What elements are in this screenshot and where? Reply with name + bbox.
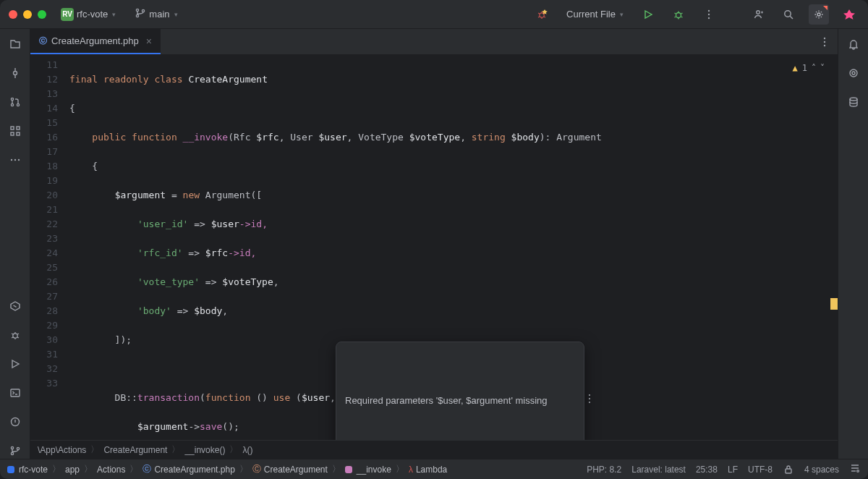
- more-actions-icon[interactable]: [699, 4, 719, 25]
- run-button[interactable]: [638, 4, 658, 25]
- svg-point-9: [785, 10, 791, 16]
- svg-rect-23: [11, 389, 20, 397]
- vcs-tool-icon[interactable]: [7, 443, 23, 459]
- svg-point-5: [708, 9, 710, 11]
- status-readonly-icon[interactable]: [783, 464, 794, 475]
- status-caret-pos[interactable]: 25:38: [696, 465, 718, 475]
- ai-bug-icon[interactable]: [532, 4, 552, 25]
- structure-tool-icon[interactable]: [7, 123, 23, 139]
- nav-item[interactable]: ⓒ CreateArgument.php: [142, 463, 234, 475]
- chevron-down-icon: ▾: [112, 11, 116, 18]
- svg-point-1: [137, 14, 139, 17]
- debug-button[interactable]: [668, 4, 689, 25]
- svg-rect-15: [11, 127, 14, 130]
- tab-createargument[interactable]: ⓒ CreateArgument.php ×: [30, 29, 161, 54]
- left-tool-strip: [0, 29, 30, 459]
- svg-point-21: [17, 159, 19, 161]
- project-selector[interactable]: RV rfc-vote ▾: [56, 5, 120, 24]
- svg-point-11: [13, 72, 17, 75]
- svg-point-30: [824, 44, 825, 46]
- svg-point-25: [11, 446, 13, 449]
- svg-point-4: [676, 12, 681, 17]
- nav-item[interactable]: λ Lambda: [409, 465, 447, 475]
- navigation-bar: rfc-vote〉 app〉 Actions〉 ⓒ CreateArgument…: [0, 459, 868, 479]
- maximize-window[interactable]: [38, 10, 46, 19]
- svg-rect-37: [786, 469, 791, 473]
- svg-point-33: [589, 402, 590, 403]
- tooltip-more-icon[interactable]: [548, 378, 596, 423]
- debug-tool-icon[interactable]: [7, 327, 23, 343]
- php-file-icon: ⓒ: [39, 35, 47, 46]
- services-tool-icon[interactable]: [7, 298, 23, 314]
- svg-point-38: [857, 470, 859, 472]
- svg-point-36: [850, 98, 857, 101]
- search-icon[interactable]: [778, 4, 799, 25]
- problems-tool-icon[interactable]: [7, 414, 23, 430]
- code-with-me-icon[interactable]: [748, 4, 768, 25]
- project-name: rfc-vote: [77, 9, 108, 20]
- svg-point-14: [17, 103, 19, 106]
- svg-point-12: [11, 98, 13, 100]
- nav-item[interactable]: rfc-vote: [7, 465, 48, 475]
- terminal-tool-icon[interactable]: [7, 385, 23, 401]
- jetbrains-ai-icon[interactable]: [839, 4, 859, 25]
- svg-point-0: [137, 9, 139, 11]
- svg-rect-18: [17, 132, 20, 135]
- more-tools-icon[interactable]: [7, 152, 23, 168]
- breadcrumb-item[interactable]: λ(): [242, 445, 252, 455]
- commit-tool-icon[interactable]: [7, 65, 23, 81]
- run-tool-icon[interactable]: [7, 356, 23, 372]
- svg-point-32: [589, 398, 590, 399]
- project-tool-icon[interactable]: [7, 36, 23, 52]
- svg-point-20: [14, 159, 15, 161]
- minimize-window[interactable]: [23, 10, 32, 19]
- project-badge-icon: RV: [61, 8, 74, 21]
- chevron-down-icon: ▾: [174, 11, 178, 18]
- svg-point-19: [10, 159, 12, 161]
- status-line-sep[interactable]: LF: [728, 465, 738, 475]
- ai-assistant-icon[interactable]: [846, 65, 861, 81]
- nav-item[interactable]: Actions: [97, 465, 125, 475]
- nav-item[interactable]: app: [65, 465, 80, 475]
- database-tool-icon[interactable]: [846, 94, 861, 110]
- window-controls: [9, 10, 46, 19]
- run-config-selector[interactable]: Current File ▾: [562, 6, 628, 22]
- settings-icon[interactable]: [809, 4, 829, 25]
- svg-point-31: [589, 394, 590, 396]
- right-tool-strip: [838, 29, 868, 459]
- breadcrumb-item[interactable]: __invoke(): [184, 445, 225, 455]
- status-encoding[interactable]: UTF-8: [748, 465, 773, 475]
- code-source[interactable]: final readonly class CreateArgument { pu…: [65, 55, 838, 440]
- branch-name: main: [149, 9, 169, 20]
- svg-rect-16: [17, 127, 20, 130]
- close-window[interactable]: [9, 10, 17, 19]
- svg-point-34: [850, 69, 857, 77]
- breadcrumb-item[interactable]: CreateArgument: [103, 445, 167, 455]
- status-editorconfig-icon[interactable]: [849, 462, 861, 476]
- nav-item[interactable]: __invoke: [345, 465, 391, 475]
- inspection-tooltip: Required parameters '$user, $argument' m…: [336, 342, 584, 440]
- line-number-gutter: 1112131415161718192021222324252627282930…: [30, 55, 65, 440]
- code-editor[interactable]: ▲ 1 ˄ ˅ 11121314151617181920212223242526…: [30, 55, 838, 440]
- svg-point-22: [12, 334, 17, 338]
- chevron-down-icon: ▾: [620, 11, 624, 18]
- nav-item[interactable]: Ⓒ CreateArgument: [252, 463, 328, 475]
- status-indent[interactable]: 4 spaces: [804, 465, 839, 475]
- tab-filename: CreateArgument.php: [51, 35, 139, 46]
- breadcrumb-item[interactable]: \App\Actions: [38, 445, 86, 455]
- svg-rect-17: [11, 132, 14, 135]
- status-laravel[interactable]: Laravel: latest: [631, 465, 686, 475]
- titlebar: RV rfc-vote ▾ main ▾ Current File ▾: [0, 0, 868, 29]
- svg-point-6: [708, 13, 710, 14]
- status-php[interactable]: PHP: 8.2: [587, 465, 621, 475]
- close-tab-icon[interactable]: ×: [146, 35, 152, 47]
- svg-point-27: [17, 447, 19, 449]
- breadcrumbs: \App\Actions 〉 CreateArgument 〉 __invoke…: [30, 440, 838, 459]
- tab-more-icon[interactable]: [812, 29, 838, 54]
- svg-point-8: [757, 10, 760, 13]
- svg-point-10: [817, 13, 820, 16]
- vcs-branch-selector[interactable]: main ▾: [130, 4, 182, 24]
- pull-requests-icon[interactable]: [7, 94, 23, 110]
- svg-point-7: [708, 17, 710, 18]
- notifications-icon[interactable]: [846, 36, 861, 52]
